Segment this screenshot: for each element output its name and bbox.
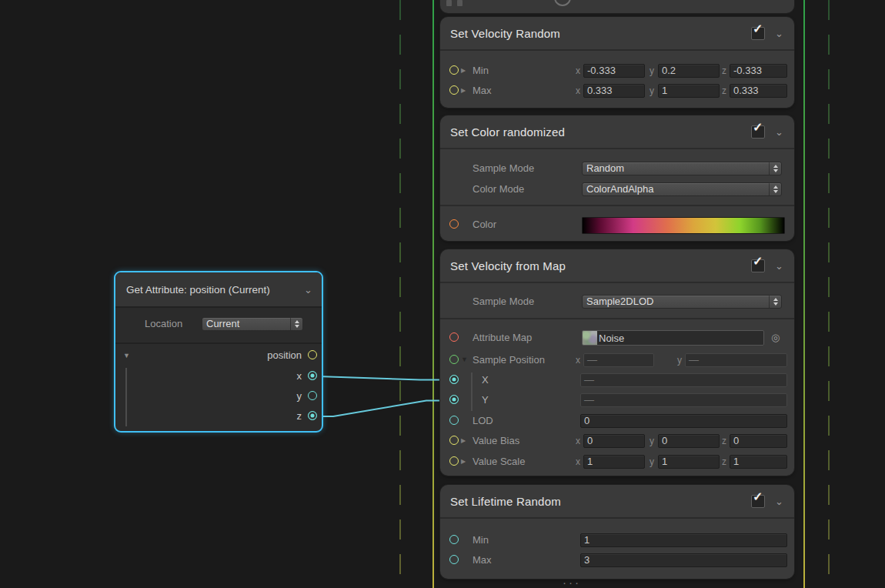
component-label-y: y [650, 431, 654, 451]
enabled-checkbox[interactable]: ✓ [751, 125, 765, 139]
object-picker-icon[interactable]: ◎ [771, 328, 780, 348]
row-sample-mode: Sample Mode Random [440, 159, 794, 179]
value-bias-x-field[interactable]: 0 [583, 434, 645, 448]
enabled-checkbox[interactable]: ✓ [751, 495, 765, 508]
location-dropdown[interactable]: Current [202, 317, 303, 331]
radius-widget-icon [554, 0, 571, 6]
block-header[interactable]: Set Velocity from Map ✓ ⌄ [440, 249, 794, 283]
max-y-field[interactable]: 1 [658, 84, 720, 98]
color-gradient-swatch[interactable] [582, 217, 785, 234]
edge-x-to-X[interactable] [318, 376, 452, 380]
value-scale-y-field[interactable]: 1 [658, 455, 720, 469]
port-sample-position[interactable] [449, 355, 459, 364]
attribute-map-object-field[interactable]: Noise [582, 330, 764, 346]
port-color[interactable] [449, 219, 459, 229]
port-y[interactable] [449, 395, 459, 404]
x-field[interactable]: — [580, 373, 787, 387]
dropdown-stepper-icon [769, 162, 781, 175]
min-y-field[interactable]: 0.2 [658, 64, 720, 78]
texture-thumbnail [583, 331, 597, 345]
min-x-field[interactable]: -0.333 [583, 64, 645, 78]
lod-field[interactable]: 0 [580, 414, 787, 428]
sample-position-x-field[interactable]: — [583, 353, 654, 367]
node-get-attribute-position[interactable]: Get Attribute: position (Current) ⌄ Loca… [114, 271, 323, 433]
row-label: Value Bias [473, 431, 519, 451]
port-lod[interactable] [449, 416, 459, 425]
port-z-out[interactable] [308, 411, 317, 420]
component-label-x: x [576, 350, 580, 370]
system-border-left [432, 0, 434, 588]
dropdown-value: ColorAndAlpha [586, 183, 767, 195]
system-border-right [803, 0, 805, 588]
row-sample-position: ▼ Sample Position x — y — [440, 350, 794, 370]
port-value-scale[interactable] [449, 456, 459, 466]
row-value-bias: ▶ Value Bias x 0 y 0 z 0 [440, 431, 794, 451]
sample-mode-dropdown[interactable]: Random [582, 162, 782, 175]
partial-block[interactable] [440, 0, 794, 13]
chevron-down-icon[interactable]: ⌄ [775, 496, 783, 506]
row-label: Y [482, 390, 489, 410]
max-field[interactable]: 3 [580, 553, 787, 567]
expander-icon[interactable]: ▶ [461, 88, 466, 94]
port-x[interactable] [449, 375, 459, 384]
row-output-x: x [115, 366, 322, 386]
block-header[interactable]: Set Velocity Random ✓ ⌄ [440, 17, 794, 51]
min-z-field[interactable]: -0.333 [730, 64, 787, 78]
block-set-lifetime-random[interactable]: Set Lifetime Random ✓ ⌄ Min 1 Max 3 [440, 485, 794, 579]
expander-icon[interactable]: ▼ [461, 356, 468, 363]
row-label: Value Scale [473, 452, 525, 472]
node-header[interactable]: Get Attribute: position (Current) ⌄ [115, 272, 322, 308]
sample-position-y-field[interactable]: — [685, 353, 787, 367]
max-z-field[interactable]: 0.333 [730, 84, 787, 98]
value-scale-x-field[interactable]: 1 [583, 455, 645, 469]
component-label-z: z [722, 81, 726, 101]
port-max[interactable] [449, 85, 459, 95]
port-attribute-map[interactable] [449, 332, 459, 342]
value-scale-z-field[interactable]: 1 [730, 455, 787, 469]
value-bias-y-field[interactable]: 0 [658, 434, 720, 448]
port-min[interactable] [449, 65, 459, 75]
port-position-out[interactable] [308, 350, 317, 359]
port-y-out[interactable] [308, 391, 317, 400]
component-label-x: x [576, 61, 580, 81]
port-min[interactable] [449, 535, 459, 544]
block-title: Set Lifetime Random [450, 495, 751, 508]
edge-z-to-Y[interactable] [318, 401, 452, 417]
port-value-bias[interactable] [449, 436, 459, 445]
block-header[interactable]: Set Color randomized ✓ ⌄ [440, 115, 794, 149]
block-header[interactable]: Set Lifetime Random ✓ ⌄ [440, 485, 794, 519]
color-mode-dropdown[interactable]: ColorAndAlpha [582, 182, 782, 196]
enabled-checkbox[interactable]: ✓ [751, 259, 765, 272]
block-set-color-randomized[interactable]: Set Color randomized ✓ ⌄ Sample Mode Ran… [440, 115, 794, 241]
chevron-down-icon[interactable]: ⌄ [775, 28, 783, 38]
block-set-velocity-random[interactable]: Set Velocity Random ✓ ⌄ ▶ Min x -0.333 y… [440, 17, 794, 108]
row-min: Min 1 [440, 530, 794, 550]
expander-icon[interactable]: ▶ [461, 438, 466, 444]
component-label-y: y [650, 452, 654, 472]
block-set-velocity-from-map[interactable]: Set Velocity from Map ✓ ⌄ Sample Mode Sa… [440, 249, 794, 476]
row-label: Max [473, 81, 492, 101]
row-value-scale: ▶ Value Scale x 1 y 1 z 1 [440, 452, 794, 472]
row-label: Sample Position [473, 350, 545, 370]
setting-label: Location [145, 314, 182, 334]
chevron-down-icon[interactable]: ⌄ [304, 285, 312, 295]
row-label: Color [473, 215, 496, 235]
dropdown-stepper-icon [769, 183, 781, 195]
sample-mode-dropdown[interactable]: Sample2DLOD [582, 295, 782, 309]
separator [440, 318, 794, 319]
enabled-checkbox[interactable]: ✓ [751, 27, 765, 40]
port-x-out[interactable] [308, 371, 317, 380]
row-lod: LOD 0 [440, 411, 794, 431]
expander-icon[interactable]: ▶ [461, 459, 466, 465]
object-field-value: Noise [597, 332, 624, 344]
chevron-down-icon[interactable]: ⌄ [775, 261, 783, 271]
expander-icon[interactable]: ▶ [461, 68, 466, 74]
check-icon: ✓ [753, 489, 763, 504]
node-title: Get Attribute: position (Current) [126, 284, 294, 296]
max-x-field[interactable]: 0.333 [583, 84, 645, 98]
y-field[interactable]: — [580, 393, 787, 407]
value-bias-z-field[interactable]: 0 [730, 434, 787, 448]
port-max[interactable] [449, 555, 459, 564]
chevron-down-icon[interactable]: ⌄ [775, 127, 783, 137]
min-field[interactable]: 1 [580, 533, 787, 547]
